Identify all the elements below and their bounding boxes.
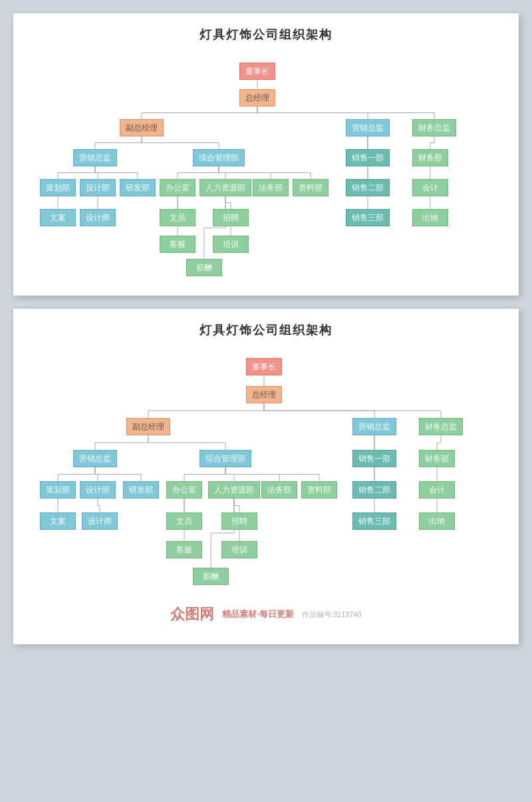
node-zongjingli: 总经理 (239, 89, 275, 106)
node2-chuna: 出纳 (419, 512, 455, 530)
node2-fawubu: 法务部 (261, 481, 297, 499)
chart-title-1: 灯具灯饰公司组织架构 (20, 27, 512, 43)
node2-zhaopin: 招聘 (221, 512, 257, 530)
node2-cehuabu: 策划部 (40, 481, 76, 499)
watermark-logo: 众图网 (170, 604, 214, 624)
org-chart-1: 董事长 总经理 副总经理 营销总监 财务总监 营销总监 综合管理部 销售一部 财… (20, 56, 512, 276)
node-fuzong: 副总经理 (120, 119, 164, 136)
node2-xiaoshouyi: 销售一部 (352, 450, 396, 467)
node-zhaopin: 招聘 (213, 209, 249, 226)
node-xiaoshouyi-1: 销售一部 (346, 149, 390, 166)
node-kuaiji-1: 会计 (412, 179, 448, 196)
node-yingxiao-left: 营销总监 (73, 149, 117, 166)
watermark-tagline: 精品素材·每日更新 (222, 608, 294, 620)
watermark: 众图网 精品素材·每日更新 作品编号:3113740 (20, 604, 512, 624)
node2-zilaobu: 资料部 (301, 481, 337, 499)
node2-zongjingli: 总经理 (246, 386, 282, 403)
node2-kuaiji: 会计 (419, 481, 455, 499)
node2-xiaoshouer: 销售二部 (352, 481, 396, 499)
node2-peixun: 培训 (221, 541, 257, 558)
node-xiaoshousan-1: 销售三部 (346, 209, 390, 226)
node-xiaoshouer-1: 销售二部 (346, 179, 390, 196)
node-chuna-1: 出纳 (412, 209, 448, 226)
node2-kefu: 客服 (166, 541, 202, 558)
node2-yanfabu: 研发部 (123, 481, 159, 499)
node-yanfabu: 研发部 (120, 179, 156, 196)
watermark-worknumber: 作品编号:3113740 (302, 610, 362, 620)
node-peixun: 培训 (213, 236, 249, 253)
node2-yingxiao-top: 营销总监 (352, 418, 396, 435)
node-zilaobu: 资料部 (293, 179, 329, 196)
node2-bangongshi: 办公室 (166, 481, 202, 499)
chart-title-2: 灯具灯饰公司组织架构 (20, 322, 512, 338)
node-renlibu: 人力资源部 (200, 179, 251, 196)
node-caiwu-top: 财务总监 (412, 119, 456, 136)
node2-zonghebu: 综合管理部 (200, 450, 251, 467)
node2-yingxiao-left: 营销总监 (73, 450, 117, 467)
node-zonghebu: 综合管理部 (193, 149, 245, 166)
node2-renlibu: 人力资源部 (208, 481, 260, 499)
node-shejishi: 设计师 (80, 209, 116, 226)
card-2: 灯具灯饰公司组织架构 董事长 总经理 副总经理 营销总监 财务总监 营销总监 综… (13, 309, 519, 644)
node2-xiaoshousan: 销售三部 (352, 512, 396, 530)
node2-dongshizhang: 董事长 (246, 358, 282, 375)
node-kefu: 客服 (160, 236, 196, 253)
node2-caiwubu: 财务部 (419, 450, 455, 467)
node-shejibu: 设计部 (80, 179, 116, 196)
node-wenyuan: 文员 (160, 209, 196, 226)
node2-wenyuan: 文员 (166, 512, 202, 530)
node2-caiwu-top: 财务总监 (419, 418, 463, 435)
node-cehuabu: 策划部 (40, 179, 76, 196)
node-wenana: 文案 (40, 209, 76, 226)
node-caiwubu-1: 财务部 (412, 149, 448, 166)
card-1: 灯具灯饰公司组织架构 董事长 总经理 副总经理 营销总监 财务总监 营销总监 综… (13, 13, 519, 296)
node-fawubu: 法务部 (253, 179, 289, 196)
node2-shejishi: 设计师 (82, 512, 118, 530)
node2-wenana: 文案 (40, 512, 76, 530)
node-yingxiao-top: 营销总监 (346, 119, 390, 136)
node-dongshizhang: 董事长 (239, 63, 275, 80)
node2-fuzong: 副总经理 (126, 418, 170, 435)
node-xinchou: 薪酬 (186, 259, 222, 276)
node-bangongshi: 办公室 (160, 179, 196, 196)
node2-shejibu: 设计部 (80, 481, 116, 499)
org-chart-2: 董事长 总经理 副总经理 营销总监 财务总监 营销总监 综合管理部 销售一部 财… (20, 351, 512, 598)
node2-xinchou: 薪酬 (193, 568, 229, 585)
